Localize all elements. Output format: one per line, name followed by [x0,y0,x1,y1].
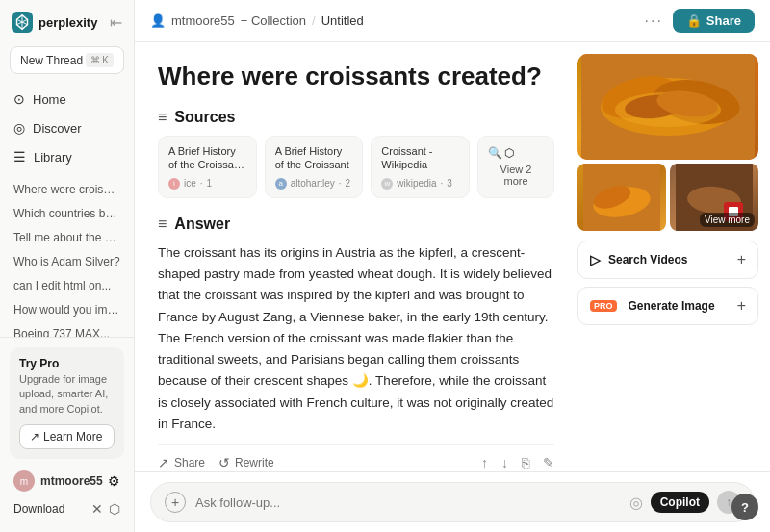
history-item[interactable]: Tell me about the histor... [6,226,128,249]
answer-section-header: ≡ Answer [158,215,554,233]
sidebar-actions: ▷ Search Videos + PRO Generate Image + [578,241,758,325]
share-button[interactable]: 🔒 Share [673,9,755,33]
image-grid: View more [578,54,758,231]
topbar-actions: ··· 🔒 Share [645,9,755,33]
rewrite-icon: ↺ [218,455,230,470]
share-answer-button[interactable]: ↗ Share [158,455,205,470]
thumb-image-2[interactable]: View more [670,164,758,231]
video-icon: ▷ [590,252,601,267]
sidebar-history: Where were croissants... Which countries… [0,178,134,337]
source-card-1[interactable]: A Brief History of the Croissant | Insti… [158,136,257,198]
topbar-username: mtmoore55 [171,13,235,28]
discover-icon: ◎ [13,120,25,136]
topbar-breadcrumb: 👤 mtmoore55 + Collection / Untitled [150,13,364,28]
close-icon[interactable]: ✕ [91,501,103,517]
download-label: Download [13,502,64,516]
new-thread-button[interactable]: New Thread ⌘ K [10,46,124,74]
share-icon: ↗ [158,455,169,470]
discord-icon[interactable]: ⬡ [109,501,120,517]
main-content: Where were croissants created? ≡ Sources… [135,42,578,471]
generate-image-label: PRO Generate Image [590,299,715,313]
add-attachment-button[interactable]: + [165,492,186,513]
sidebar-item-home-label: Home [33,92,66,107]
source-favicon: w [381,178,393,190]
download-icons: ✕ ⬡ [91,501,120,517]
thumb-image-1[interactable] [578,164,666,231]
follow-up-input[interactable] [195,495,620,510]
try-pro-description: Upgrade for image upload, smarter AI, an… [19,372,115,417]
thumbs-down-icon[interactable]: ↓ [501,455,508,470]
history-item[interactable]: How would you improv... [6,298,128,321]
thumb1-svg [578,164,666,231]
page-title: Untitled [321,13,364,28]
history-item[interactable]: Which countries brew... [6,202,128,225]
sidebar-item-library[interactable]: ☰ Library [6,143,128,170]
copilot-button[interactable]: Copilot [651,492,709,513]
lock-icon: 🔒 [686,13,702,28]
view-more-label: View 2 more [488,164,544,187]
sidebar-header: perplexity ⇤ [0,0,134,40]
sidebar-username: mtmoore55 [40,474,103,488]
pro-badge: PRO [590,300,617,312]
sidebar-nav: ⊙ Home ◎ Discover ☰ Library [0,80,134,178]
source-site: ice [184,178,196,189]
view-more-icons: 🔍⬡ [488,146,544,160]
sources-row: A Brief History of the Croissant | Insti… [158,136,554,198]
view-more-button[interactable]: 🔍⬡ View 2 more [477,136,554,198]
source-num: 1 [207,178,213,189]
help-button[interactable]: ? [732,494,758,520]
answer-actions: ↗ Share ↺ Rewrite ↑ ↓ ⎘ ✎ [158,444,554,471]
source-card-meta: w wikipedia · 3 [381,178,459,190]
image-row: View more [578,164,758,231]
add-icon: + [737,297,746,315]
sidebar-collapse-icon[interactable]: ⇤ [110,13,122,32]
perplexity-logo-icon [12,12,33,33]
history-item[interactable]: Where were croissants... [6,178,128,201]
source-site: altohartley [291,178,335,189]
view-more-overlay: View more [700,213,755,227]
history-item[interactable]: can I edit html on... [6,274,128,297]
sources-title: Sources [174,109,235,126]
sidebar-footer: Try Pro Upgrade for image upload, smarte… [0,337,134,532]
main-content-area: 👤 mtmoore55 + Collection / Untitled ··· … [135,0,770,532]
add-icon: + [737,251,746,268]
microphone-icon[interactable]: ◎ [629,494,643,512]
history-item[interactable]: Boeing 737 MAX... [6,322,128,337]
main-image[interactable] [578,54,758,160]
copy-icon[interactable]: ⎘ [522,455,529,470]
try-pro-title: Try Pro [19,357,115,370]
croissant-main-image-svg [578,54,758,160]
learn-more-button[interactable]: ↗ Learn More [19,424,115,449]
content-area: Where were croissants created? ≡ Sources… [135,42,770,471]
answer-section: ≡ Answer The croissant has its origins i… [158,215,554,471]
sidebar-user: m mtmoore55 ⚙ [10,467,124,495]
source-site: wikipedia [397,178,436,189]
settings-icon[interactable]: ⚙ [108,473,120,489]
sidebar-item-discover[interactable]: ◎ Discover [6,114,128,141]
topbar-user-icon: 👤 [150,13,166,28]
generate-image-button[interactable]: PRO Generate Image + [578,287,758,325]
more-options-button[interactable]: ··· [645,13,663,30]
source-card-meta: i ice · 1 [168,178,246,190]
input-box: + ◎ Copilot ↑ [150,482,755,522]
edit-icon[interactable]: ✎ [543,455,554,470]
search-videos-label: ▷ Search Videos [590,252,688,267]
input-actions: ◎ Copilot ↑ [629,491,740,514]
logo-area: perplexity [12,12,97,33]
library-icon: ☰ [13,149,26,165]
sidebar-item-discover-label: Discover [33,121,82,136]
breadcrumb-slash: / [312,13,316,28]
rewrite-button[interactable]: ↺ Rewrite [218,455,274,470]
source-card-2[interactable]: A Brief History of the Croissant a altoh… [265,136,364,198]
history-item[interactable]: Who is Adam Silver? [6,250,128,273]
search-videos-button[interactable]: ▷ Search Videos + [578,241,758,279]
answer-icon: ≡ [158,215,167,233]
topbar-collection-label[interactable]: + Collection [241,13,306,28]
source-num: 2 [346,178,351,189]
thumbs-up-icon[interactable]: ↑ [481,455,488,470]
try-pro-box: Try Pro Upgrade for image upload, smarte… [10,347,124,459]
sidebar-item-home[interactable]: ⊙ Home [6,86,128,113]
source-card-title: A Brief History of the Croissant [275,144,353,172]
source-card-3[interactable]: Croissant - Wikipedia w wikipedia · 3 [371,136,470,198]
sidebar: perplexity ⇤ New Thread ⌘ K ⊙ Home ◎ Dis… [0,0,135,532]
